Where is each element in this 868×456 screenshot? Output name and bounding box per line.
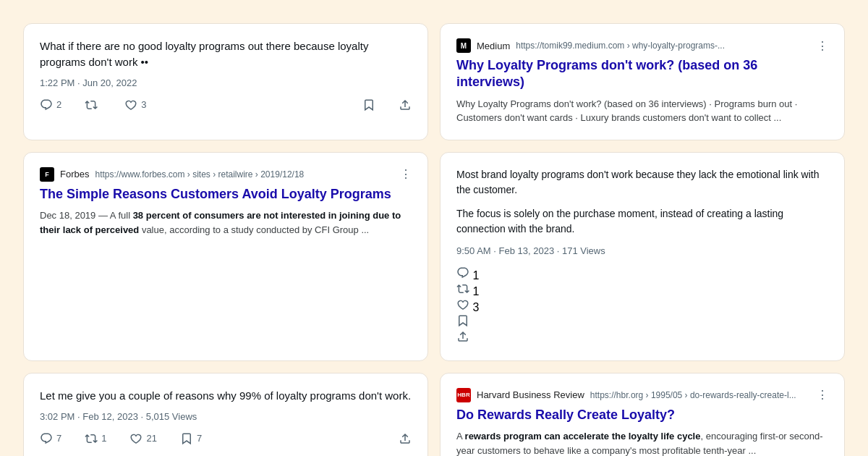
- tweet-actions-2: 1 1 3: [456, 266, 828, 346]
- reply-button-3[interactable]: 7: [40, 432, 61, 445]
- article-menu-hbr[interactable]: ⋮: [817, 388, 828, 402]
- article-source-forbes: F Forbes https://www.forbes.com › sites …: [40, 167, 412, 182]
- retweet-count-3: 1: [101, 433, 106, 444]
- retweet-button-3[interactable]: 1: [85, 432, 106, 445]
- tweet-actions-3: 7 1 21 7: [40, 432, 412, 445]
- medium-icon: M: [456, 38, 471, 53]
- hbr-icon: HBR: [456, 388, 471, 402]
- like-button-1[interactable]: 3: [124, 98, 146, 111]
- reply-count-1: 2: [56, 99, 61, 110]
- bookmark-button-2[interactable]: [456, 314, 828, 330]
- article-url-forbes: https://www.forbes.com › sites › retailw…: [95, 169, 394, 180]
- retweet-button-1[interactable]: [85, 98, 101, 111]
- share-button-2[interactable]: [456, 330, 828, 346]
- quote-text-2b: The focus is solely on the purchase mome…: [456, 206, 828, 237]
- reply-count-3: 7: [56, 433, 61, 444]
- article-menu-forbes[interactable]: ⋮: [400, 167, 412, 181]
- article-snippet-hbr: A rewards program can accelerate the loy…: [456, 429, 828, 456]
- article-title-medium[interactable]: Why Loyalty Programs don't work? (based …: [456, 57, 828, 91]
- article-menu-medium[interactable]: ⋮: [817, 39, 828, 53]
- like-button-2[interactable]: 3: [456, 298, 828, 314]
- tweet-card-2: Most brand loyalty programs don't work b…: [440, 152, 845, 361]
- forbes-icon: F: [40, 167, 54, 182]
- bookmark-button-1[interactable]: [362, 98, 375, 111]
- tweet-meta-3: 3:02 PM · Feb 12, 2023 · 5,015 Views: [40, 411, 412, 422]
- article-card-forbes: F Forbes https://www.forbes.com › sites …: [23, 152, 428, 361]
- article-card-medium: M Medium https://tomik99.medium.com › wh…: [440, 23, 845, 140]
- source-name-hbr: Harvard Business Review: [477, 389, 584, 400]
- reply-button-1[interactable]: 2: [40, 98, 61, 111]
- article-url-medium: https://tomik99.medium.com › why-loyalty…: [516, 41, 811, 51]
- bookmark-count-3: 7: [197, 433, 202, 444]
- tweet-card-1: What if there are no good loyalty progra…: [23, 23, 428, 140]
- reply-button-2[interactable]: 1: [456, 266, 828, 282]
- retweet-button-2[interactable]: 1: [456, 282, 828, 298]
- quote-text-2a: Most brand loyalty programs don't work b…: [456, 167, 828, 198]
- tweet-meta-1: 1:22 PM · Jun 20, 2022: [40, 77, 412, 88]
- share-button-1[interactable]: [399, 98, 412, 111]
- reply-count-2: 1: [472, 269, 479, 282]
- article-source-medium: M Medium https://tomik99.medium.com › wh…: [456, 38, 828, 53]
- article-title-hbr[interactable]: Do Rewards Really Create Loyalty?: [456, 407, 828, 423]
- article-card-hbr: HBR Harvard Business Review https://hbr.…: [440, 373, 845, 456]
- article-snippet-medium: Why Loyalty Programs don't work? (based …: [456, 97, 828, 125]
- like-count-3: 21: [146, 433, 156, 444]
- source-name-forbes: Forbes: [60, 169, 89, 180]
- share-button-3[interactable]: [399, 432, 412, 445]
- tweet-actions-1: 2 3: [40, 98, 412, 111]
- like-count-1: 3: [141, 99, 146, 110]
- article-source-hbr: HBR Harvard Business Review https://hbr.…: [456, 388, 828, 402]
- like-button-3[interactable]: 21: [129, 432, 156, 445]
- article-title-forbes[interactable]: The Simple Reasons Customers Avoid Loyal…: [40, 186, 412, 203]
- source-name-medium: Medium: [477, 41, 510, 51]
- main-grid: What if there are no good loyalty progra…: [0, 0, 868, 456]
- bookmark-button-3[interactable]: 7: [180, 432, 202, 445]
- retweet-count-2: 1: [472, 285, 479, 297]
- tweet-card-3: Let me give you a couple of reasons why …: [23, 373, 428, 456]
- like-count-2: 3: [472, 301, 479, 313]
- article-snippet-forbes: Dec 18, 2019 — A full 38 percent of cons…: [40, 208, 412, 237]
- tweet-text-3: Let me give you a couple of reasons why …: [40, 388, 412, 404]
- tweet-text-1: What if there are no good loyalty progra…: [40, 38, 412, 70]
- article-url-hbr: https://hbr.org › 1995/05 › do-rewards-r…: [590, 390, 811, 400]
- tweet-meta-2: 9:50 AM · Feb 13, 2023 · 171 Views: [456, 245, 828, 256]
